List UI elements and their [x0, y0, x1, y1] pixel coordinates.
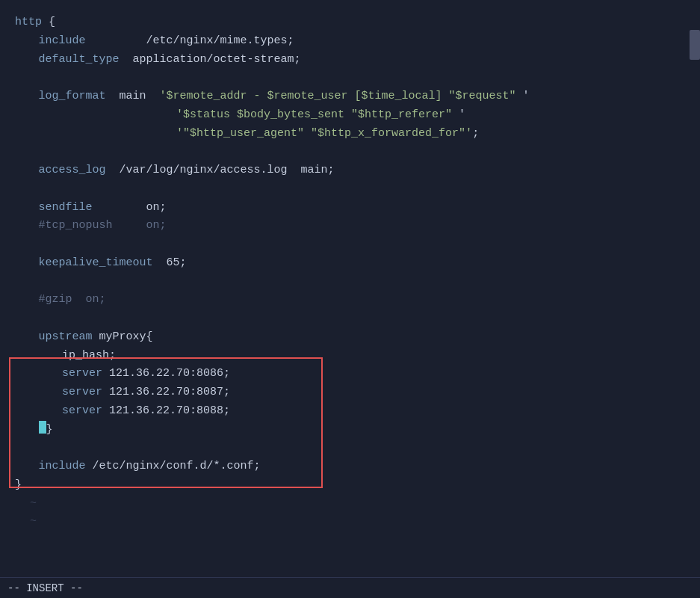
code-line: server 121.36.22.70:8087;: [15, 383, 685, 402]
code-line: '$status $body_bytes_sent "$http_referer…: [15, 106, 685, 125]
code-line: [15, 273, 685, 292]
cursor: [39, 421, 46, 434]
code-line: [15, 235, 685, 254]
code-line: include /etc/nginx/mime.types;: [15, 32, 685, 51]
editor-container: http { include /etc/nginx/mime.types; de…: [0, 0, 700, 598]
code-line: include /etc/nginx/conf.d/*.conf;: [15, 457, 685, 476]
code-line: }: [15, 476, 685, 495]
code-line: default_type application/octet-stream;: [15, 51, 685, 70]
insert-mode-label: -- INSERT --: [7, 582, 83, 594]
code-line: http {: [15, 13, 685, 32]
code-line: [15, 180, 685, 199]
code-line: server 121.36.22.70:8086;: [15, 365, 685, 383]
status-bar: -- INSERT --: [0, 577, 700, 598]
code-line: server 121.36.22.70:8088;: [15, 402, 685, 421]
code-line: }: [15, 421, 685, 440]
code-line: '"$http_user_agent" "$http_x_forwarded_f…: [15, 125, 685, 144]
code-line: #tcp_nopush on;: [15, 217, 685, 235]
code-line: log_format main '$remote_addr - $remote_…: [15, 87, 685, 106]
code-line: #gzip on;: [15, 291, 685, 309]
code-line: ip_hash;: [15, 347, 685, 366]
code-area[interactable]: http { include /etc/nginx/mime.types; de…: [0, 7, 700, 537]
code-line: [15, 439, 685, 457]
code-line: keepalive_timeout 65;: [15, 254, 685, 273]
code-line: access_log /var/log/nginx/access.log mai…: [15, 161, 685, 180]
code-line: sendfile on;: [15, 199, 685, 218]
code-line: [15, 143, 685, 161]
tilde-line: ~: [15, 495, 685, 514]
code-line: upstream myProxy{: [15, 328, 685, 347]
code-line: [15, 309, 685, 328]
code-line: [15, 69, 685, 87]
tilde-line: ~: [15, 513, 685, 531]
